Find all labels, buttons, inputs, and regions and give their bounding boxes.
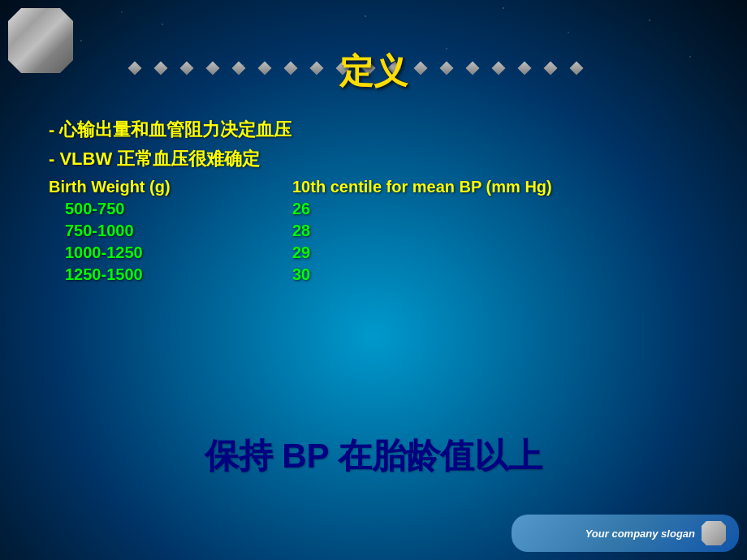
table-row-3: 1000-1250 29 xyxy=(49,243,698,262)
table-header: Birth Weight (g) 10th centile for mean B… xyxy=(49,178,698,196)
bullet-1: - 心输出量和血管阻力决定血压 xyxy=(49,118,698,142)
slogan-icon xyxy=(702,521,726,545)
content-area: - 心输出量和血管阻力决定血压 - VLBW 正常血压很难确定 Birth We… xyxy=(49,118,698,287)
bp-table: Birth Weight (g) 10th centile for mean B… xyxy=(49,178,698,284)
col-bp-header: 10th centile for mean BP (mm Hg) xyxy=(292,178,552,196)
weight-2: 750-1000 xyxy=(49,222,292,240)
bp-2: 28 xyxy=(292,222,310,240)
table-row-2: 750-1000 28 xyxy=(49,222,698,240)
slide: 定义 - 心输出量和血管阻力决定血压 - VLBW 正常血压很难确定 Birth… xyxy=(0,0,747,560)
bottom-emphasis-text: 保持 BP 在胎龄值以上 xyxy=(0,433,747,479)
weight-1: 500-750 xyxy=(49,200,292,218)
table-row-1: 500-750 26 xyxy=(49,200,698,218)
table-row-4: 1250-1500 30 xyxy=(49,265,698,284)
col-weight-header: Birth Weight (g) xyxy=(49,178,292,196)
bullet-2: - VLBW 正常血压很难确定 xyxy=(49,147,698,171)
slogan-bar: Your company slogan xyxy=(512,515,739,552)
bp-1: 26 xyxy=(292,200,310,218)
weight-4: 1250-1500 xyxy=(49,265,292,284)
slogan-text: Your company slogan xyxy=(521,528,695,540)
slide-title: 定义 xyxy=(0,49,747,94)
weight-3: 1000-1250 xyxy=(49,243,292,262)
bp-4: 30 xyxy=(292,265,310,284)
bp-3: 29 xyxy=(292,243,310,262)
